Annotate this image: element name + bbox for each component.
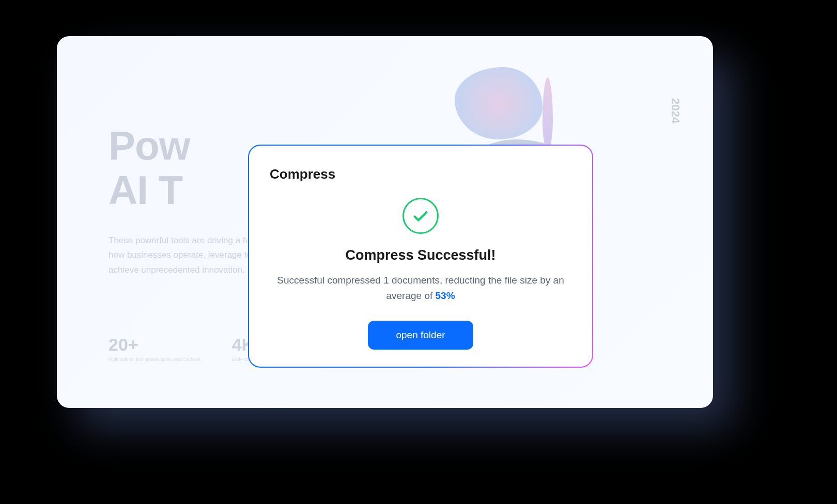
page-container: 2024 Pow AI T These powerful tools are d… [57, 36, 713, 408]
modal-title: Compress [270, 166, 571, 182]
open-folder-button[interactable]: open folder [368, 321, 473, 350]
stat-item: 20+ Multinational businesses have used O… [109, 335, 201, 363]
modal-description-text: Successful compressed 1 documents, reduc… [277, 275, 564, 301]
heading-line-1: Pow [109, 123, 190, 168]
success-check-icon [402, 198, 439, 234]
stat-value: 20+ [109, 335, 201, 355]
modal-body: Compress Successful! Successful compress… [270, 198, 571, 350]
heading-line-2: AI T [109, 167, 182, 213]
compress-modal: Compress Compress Successful! Successful… [248, 145, 593, 368]
modal-description: Successful compressed 1 documents, reduc… [270, 273, 571, 304]
modal-percent: 53% [436, 290, 455, 301]
stat-label: Multinational businesses have used Outba… [109, 357, 201, 363]
modal-heading: Compress Successful! [345, 247, 495, 263]
